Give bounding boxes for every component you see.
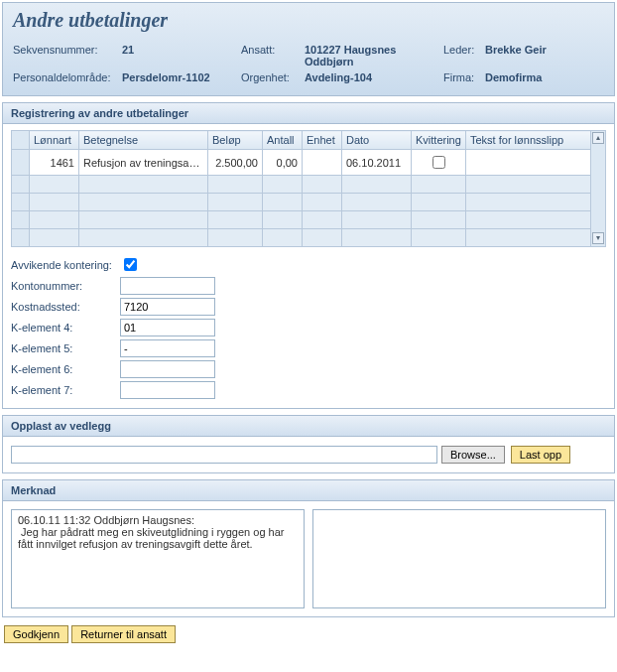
merknad-edit[interactable] [312,509,606,608]
table-row[interactable]: 1461 Refusjon av treningsavg. 2.500,00 0… [12,150,591,176]
cell-lonnart[interactable]: 1461 [30,150,79,176]
leder-value: Brekke Geir [485,44,604,67]
k4-label: K-element 4: [11,322,120,334]
approve-button[interactable]: Godkjenn [4,625,68,643]
registrering-section: Registrering av andre utbetalinger Lønna… [2,102,615,409]
table-row[interactable] [12,211,591,229]
cell-kvittering[interactable] [412,150,466,176]
cell-betegnelse[interactable]: Refusjon av treningsavg. [79,150,208,176]
leder-label: Leder: [443,44,485,67]
grid-corner [12,131,30,150]
firma-value: Demofirma [485,71,604,83]
avvikende-label: Avvikende kontering: [11,259,120,271]
sekvensnummer-label: Sekvensnummer: [13,44,122,67]
k6-label: K-element 6: [11,363,120,375]
page-title: Andre utbetalinger [13,9,604,32]
return-button[interactable]: Returner til ansatt [71,625,176,643]
kostnadssted-input[interactable] [120,298,215,316]
table-row[interactable] [12,194,591,211]
col-dato[interactable]: Dato [342,131,412,150]
orgenhet-label: Orgenhet: [241,71,305,83]
ansatt-value: 101227 Haugsnes Oddbjørn [305,44,443,67]
k5-label: K-element 5: [11,342,120,354]
row-selector[interactable] [12,150,30,176]
file-path-input[interactable] [11,446,437,464]
utbetalinger-grid: Lønnart Betegnelse Beløp Antall Enhet Da… [11,130,591,247]
firma-label: Firma: [443,71,485,83]
col-kvittering[interactable]: Kvittering [412,131,466,150]
browse-button[interactable]: Browse... [441,446,505,464]
vedlegg-header: Opplast av vedlegg [3,416,614,437]
cell-antall[interactable]: 0,00 [263,150,303,176]
col-lonnart[interactable]: Lønnart [30,131,79,150]
grid-scrollbar[interactable]: ▴ ▾ [590,130,606,247]
header-panel: Andre utbetalinger Sekvensnummer: 21 Ans… [2,2,615,96]
cell-tekst[interactable] [466,150,591,176]
k4-input[interactable] [120,319,215,336]
k7-input[interactable] [120,381,215,399]
orgenhet-value: Avdeling-104 [305,71,424,83]
ansatt-label: Ansatt: [241,44,305,67]
info-row-1: Sekvensnummer: 21 Ansatt: 101227 Haugsne… [13,42,604,69]
scroll-up-icon[interactable]: ▴ [592,132,604,144]
kontonummer-input[interactable] [120,277,215,295]
col-tekst[interactable]: Tekst for lønnsslipp [466,131,591,150]
info-row-2: Personaldelområde: Persdelomr-1102 Orgen… [13,69,604,85]
kostnadssted-label: Kostnadssted: [11,301,120,313]
table-row[interactable] [12,176,591,194]
col-antall[interactable]: Antall [263,131,303,150]
k6-input[interactable] [120,360,215,378]
scroll-down-icon[interactable]: ▾ [592,232,604,244]
cell-belop[interactable]: 2.500,00 [208,150,263,176]
cell-enhet[interactable] [303,150,342,176]
col-betegnelse[interactable]: Betegnelse [79,131,208,150]
grid-header-row: Lønnart Betegnelse Beløp Antall Enhet Da… [12,131,591,150]
k7-label: K-element 7: [11,384,120,396]
merknad-section: Merknad 06.10.11 11:32 Oddbjørn Haugsnes… [2,479,615,617]
avvikende-checkbox[interactable] [124,258,137,271]
table-row[interactable] [12,229,591,247]
kontonummer-label: Kontonummer: [11,280,120,292]
upload-button[interactable]: Last opp [511,446,570,464]
col-belop[interactable]: Beløp [208,131,263,150]
kvittering-checkbox[interactable] [432,156,445,169]
col-enhet[interactable]: Enhet [303,131,342,150]
merknad-readonly: 06.10.11 11:32 Oddbjørn Haugsnes: Jeg ha… [11,509,305,608]
action-bar: Godkjenn Returner til ansatt [0,619,617,653]
persomr-value: Persdelomr-1102 [122,71,241,83]
cell-dato[interactable]: 06.10.2011 [342,150,412,176]
vedlegg-section: Opplast av vedlegg Browse... Last opp [2,415,615,473]
registrering-header: Registrering av andre utbetalinger [3,103,614,124]
sekvensnummer-value: 21 [122,44,241,67]
k5-input[interactable] [120,339,215,357]
merknad-header: Merknad [3,480,614,501]
persomr-label: Personaldelområde: [13,71,122,83]
